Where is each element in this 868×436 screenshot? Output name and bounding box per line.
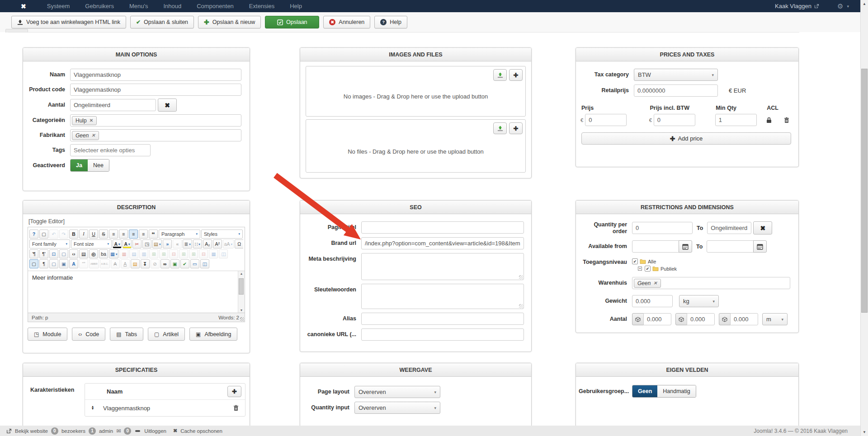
trash-icon[interactable] <box>233 405 239 411</box>
indent-icon[interactable]: » <box>163 239 172 248</box>
abbreviation-icon[interactable]: ABBR <box>89 259 99 268</box>
editor-scrollbar[interactable]: ▲ ▼ <box>238 271 245 313</box>
quantity-input-select[interactable]: Overerven ▾ <box>354 402 440 414</box>
messages-icon[interactable]: ✉ <box>116 428 121 434</box>
image-icon[interactable]: ▣ <box>170 259 179 268</box>
redo-icon[interactable]: ↷ <box>59 230 68 239</box>
calendar-icon[interactable] <box>679 240 692 253</box>
italic-icon[interactable]: I <box>79 230 88 239</box>
scroll-thumb[interactable] <box>861 69 868 313</box>
upload-file-button[interactable] <box>493 122 507 134</box>
save-new-button[interactable]: ✚ Opslaan & nieuw <box>198 16 261 28</box>
scroll-down-icon[interactable]: ▼ <box>238 309 245 312</box>
warenhuis-tagbox[interactable]: Geen ✕ <box>632 277 790 289</box>
images-dropzone[interactable]: ✚ No images - Drag & Drop here or use th… <box>306 66 526 117</box>
available-to-input[interactable] <box>707 240 754 253</box>
fabrikant-tagbox[interactable]: Geen ✕ <box>70 129 241 141</box>
print-icon[interactable]: ▤ <box>79 249 88 258</box>
bekijk-website-link[interactable]: Bekijk website <box>15 428 48 434</box>
page-preview-icon[interactable]: ▢ <box>49 259 58 268</box>
code-button[interactable]: ‹›Code <box>72 328 105 341</box>
subscript-icon[interactable]: A₂ <box>203 239 212 248</box>
spellcheck-icon[interactable]: ✔ <box>180 259 189 268</box>
dimension-unit-select[interactable]: m ▾ <box>762 313 788 325</box>
page-scrollbar[interactable]: ▲ ▼ <box>860 0 868 436</box>
font-tools-icon[interactable]: A <box>69 259 78 268</box>
add-file-button[interactable]: ✚ <box>509 122 523 134</box>
remove-chip-icon[interactable]: ✕ <box>653 281 657 286</box>
gear-icon[interactable]: ⚙ <box>837 2 843 10</box>
height-input[interactable] <box>730 313 758 325</box>
add-karakteristiek-button[interactable]: ✚ <box>227 386 241 397</box>
save-close-button[interactable]: ✔ Opslaan & sluiten <box>130 16 194 28</box>
unlink-icon[interactable]: ⊘ <box>151 259 160 268</box>
cell-properties-icon[interactable]: ▥ <box>139 249 148 258</box>
paste-icon[interactable]: ▤▾ <box>152 239 162 248</box>
insert-table-icon[interactable]: ▦▾ <box>109 249 118 258</box>
acronym-icon[interactable]: A.B.C. <box>100 259 110 268</box>
tabs-button[interactable]: ▤Tabs <box>110 328 143 341</box>
external-link-icon[interactable] <box>6 428 12 434</box>
page-layout-select[interactable]: Overerven ▾ <box>354 386 440 398</box>
copy-icon[interactable]: ◳ <box>142 239 151 248</box>
geactiveerd-nee-button[interactable]: Nee <box>88 159 109 171</box>
iframe-icon[interactable]: ◫ <box>200 259 209 268</box>
tree-item-alle[interactable]: Alle <box>648 259 656 264</box>
sleutelwoorden-textarea[interactable] <box>361 284 524 309</box>
scroll-up-icon[interactable]: ▲ <box>861 2 868 6</box>
undo-icon[interactable]: ↶ <box>49 230 58 239</box>
insert-column-left-icon[interactable]: ⊞ <box>179 249 188 258</box>
text-color-icon[interactable]: A▾ <box>113 239 122 248</box>
external-link-icon[interactable] <box>814 4 819 9</box>
cache-opschonen-link[interactable]: Cache opschonen <box>180 428 222 434</box>
insert-column-right-icon[interactable]: ⊞ <box>189 249 198 258</box>
delete-table-icon[interactable]: ▦ <box>119 249 128 258</box>
upload-image-button[interactable] <box>493 69 507 81</box>
ordered-list-icon[interactable]: ≣▾ <box>183 239 192 248</box>
bullet-list-icon[interactable]: ∷▾ <box>193 239 202 248</box>
drag-sort-icon[interactable]: ▴ ▾ <box>92 406 94 410</box>
paragraph-rtl-icon[interactable]: ¶' <box>39 249 48 258</box>
align-justify-icon[interactable]: ≡ <box>109 230 118 239</box>
qty-from-input[interactable] <box>632 222 693 234</box>
acl-lock-icon[interactable] <box>766 117 772 123</box>
paragraph-ltr-icon[interactable]: '¶ <box>29 249 38 258</box>
delete-column-icon[interactable]: ⊟ <box>199 249 208 258</box>
nav-item-menu-s[interactable]: Menu's <box>129 3 148 9</box>
split-cells-icon[interactable]: ◫ <box>219 249 228 258</box>
link-icon[interactable]: ∞ <box>160 259 170 268</box>
add-to-cart-html-button[interactable]: Voeg toe aan winkelwagen HTML link <box>11 16 126 28</box>
product-code-input[interactable] <box>70 84 241 96</box>
site-name-link[interactable]: Kaak Vlaggen <box>775 3 811 9</box>
geactiveerd-ja-button[interactable]: Ja <box>71 159 88 171</box>
clear-qty-button[interactable]: ✖ <box>753 221 772 234</box>
preview-icon[interactable]: ▢ <box>59 249 68 258</box>
align-left-icon[interactable]: ≡ <box>129 230 138 239</box>
clear-aantal-button[interactable]: ✖ <box>158 98 177 112</box>
cancel-button[interactable]: ✖ Annuleren <box>323 16 370 28</box>
nav-item-systeem[interactable]: Systeem <box>47 3 70 9</box>
find-replace-icon[interactable]: ba <box>99 249 108 258</box>
outdent-icon[interactable]: « <box>173 239 182 248</box>
highlight-color-icon[interactable]: A▾ <box>123 239 132 248</box>
insert-row-below-icon[interactable]: ⊞ <box>159 249 168 258</box>
row-properties-icon[interactable]: ▤ <box>129 249 138 258</box>
deleted-text-icon[interactable]: A <box>111 259 120 268</box>
citation-icon[interactable]: ▤ <box>131 259 140 268</box>
tags-input[interactable] <box>70 144 151 156</box>
tax-category-select[interactable]: BTW ▾ <box>634 69 718 81</box>
nav-item-inhoud[interactable]: Inhoud <box>163 3 181 9</box>
help-button[interactable]: ? Help <box>374 16 407 28</box>
brand-url-input[interactable] <box>361 237 524 249</box>
styles-select[interactable]: Styles▾ <box>201 230 243 239</box>
trash-icon[interactable] <box>784 117 789 123</box>
available-from-input[interactable] <box>632 240 679 253</box>
layer-icon[interactable]: ▭ <box>190 259 199 268</box>
editor-content[interactable]: Meer informatie ▲ ▼ <box>28 271 245 313</box>
anchor-icon[interactable]: ↧ <box>141 259 150 268</box>
gewicht-input[interactable] <box>632 295 673 307</box>
module-button[interactable]: ◳Module <box>28 328 67 341</box>
visual-aid-icon[interactable]: ▢ <box>29 259 38 268</box>
nav-item-extensies[interactable]: Extensies <box>249 3 274 9</box>
scroll-down-icon[interactable]: ▼ <box>861 430 868 434</box>
